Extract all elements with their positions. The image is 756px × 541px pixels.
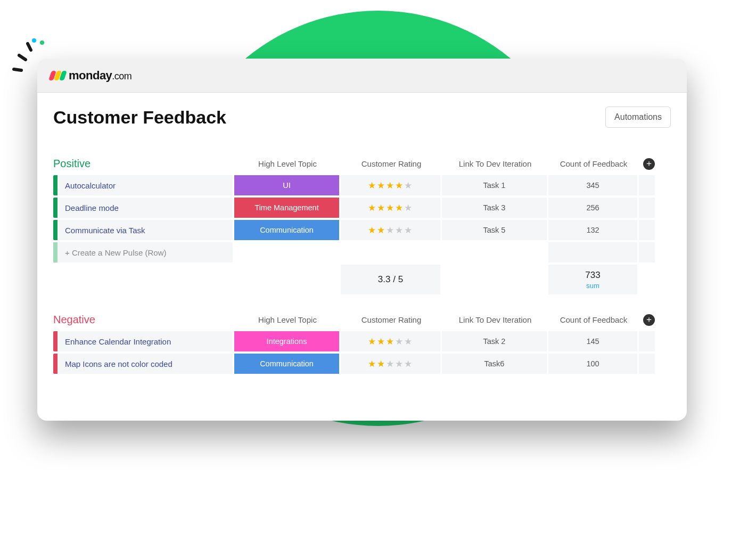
row-stripe (53, 242, 57, 263)
topic-tag[interactable]: Communication (234, 354, 339, 374)
topbar: monday.com (37, 59, 687, 93)
column-header-count: Count of Feedback (548, 315, 639, 324)
group-title-negative[interactable]: Negative (53, 314, 234, 326)
spacer (234, 242, 339, 263)
item-name[interactable]: Autocalculator (57, 175, 233, 195)
count-cell[interactable]: 345 (548, 175, 637, 195)
count-cell[interactable]: 132 (548, 220, 637, 240)
row-end (639, 175, 655, 195)
link-cell[interactable]: Task6 (442, 354, 547, 374)
item-name[interactable]: Enhance Calendar Integration (57, 331, 233, 351)
column-header-topic: High Level Topic (234, 159, 341, 168)
count-cell[interactable]: 100 (548, 354, 637, 374)
monday-logo: monday.com (50, 69, 132, 83)
row-stripe (53, 331, 57, 351)
group-title-positive[interactable]: Positive (53, 158, 234, 170)
table-row: Communicate via Task Communication ★★★★★… (53, 220, 671, 240)
count-cell[interactable]: 145 (548, 331, 637, 351)
svg-point-0 (32, 38, 36, 43)
logo-suffix: .com (112, 71, 132, 81)
table-row: Enhance Calendar Integration Integration… (53, 331, 671, 351)
add-column-button[interactable]: ＋ (643, 158, 655, 170)
row-stripe (53, 354, 57, 374)
row-end (639, 354, 655, 374)
row-end (639, 331, 655, 351)
group-negative: Negative High Level Topic Customer Ratin… (53, 310, 671, 374)
spacer (442, 242, 547, 263)
link-cell[interactable]: Task 3 (442, 198, 547, 218)
link-cell[interactable]: Task 2 (442, 331, 547, 351)
column-header-rating: Customer Rating (341, 315, 442, 324)
create-pulse-input[interactable]: + Create a New Pulse (Row) (57, 242, 233, 263)
row-end (639, 198, 655, 218)
svg-line-4 (14, 69, 21, 70)
table-row: Deadline mode Time Management ★★★★★ Task… (53, 198, 671, 218)
rating-cell[interactable]: ★★★★★ (341, 220, 440, 240)
page-title: Customer Feedback (53, 107, 226, 128)
add-column-button[interactable]: ＋ (643, 314, 655, 326)
spacer (548, 242, 637, 263)
item-name[interactable]: Map Icons are not color coded (57, 354, 233, 374)
row-stripe (53, 198, 57, 218)
row-stripe (53, 175, 57, 195)
svg-point-1 (40, 40, 44, 45)
rating-cell[interactable]: ★★★★★ (341, 175, 440, 195)
count-cell[interactable]: 256 (548, 198, 637, 218)
rating-summary: 3.3 / 5 (341, 265, 440, 294)
table-row: Map Icons are not color coded Communicat… (53, 354, 671, 374)
svg-line-3 (19, 55, 26, 60)
topic-tag[interactable]: Integrations (234, 331, 339, 351)
rating-cell[interactable]: ★★★★★ (341, 354, 440, 374)
topic-tag[interactable]: Time Management (234, 198, 339, 218)
row-end (639, 220, 655, 240)
item-name[interactable]: Communicate via Task (57, 220, 233, 240)
svg-line-2 (28, 44, 31, 50)
topic-tag[interactable]: UI (234, 175, 339, 195)
link-cell[interactable]: Task 1 (442, 175, 547, 195)
app-window: monday.com Customer Feedback Automations… (37, 59, 687, 421)
column-header-link: Link To Dev Iteration (442, 159, 548, 168)
new-pulse-row: + Create a New Pulse (Row) (53, 242, 671, 263)
group-positive: Positive High Level Topic Customer Ratin… (53, 154, 671, 294)
item-name[interactable]: Deadline mode (57, 198, 233, 218)
topic-tag[interactable]: Communication (234, 220, 339, 240)
logo-mark-icon (50, 71, 65, 80)
row-stripe (53, 220, 57, 240)
automations-button[interactable]: Automations (605, 106, 671, 128)
spacer (639, 242, 655, 263)
link-cell[interactable]: Task 5 (442, 220, 547, 240)
rating-cell[interactable]: ★★★★★ (341, 331, 440, 351)
column-header-link: Link To Dev Iteration (442, 315, 548, 324)
decorative-spark (7, 37, 50, 80)
spacer (341, 242, 440, 263)
table-row: Autocalculator UI ★★★★★ Task 1 345 (53, 175, 671, 195)
group-summary-row: 3.3 / 5 733 sum (53, 265, 671, 294)
rating-cell[interactable]: ★★★★★ (341, 198, 440, 218)
column-header-rating: Customer Rating (341, 159, 442, 168)
count-summary: 733 sum (548, 265, 637, 294)
column-header-count: Count of Feedback (548, 159, 639, 168)
column-header-topic: High Level Topic (234, 315, 341, 324)
logo-text: monday (69, 69, 112, 82)
